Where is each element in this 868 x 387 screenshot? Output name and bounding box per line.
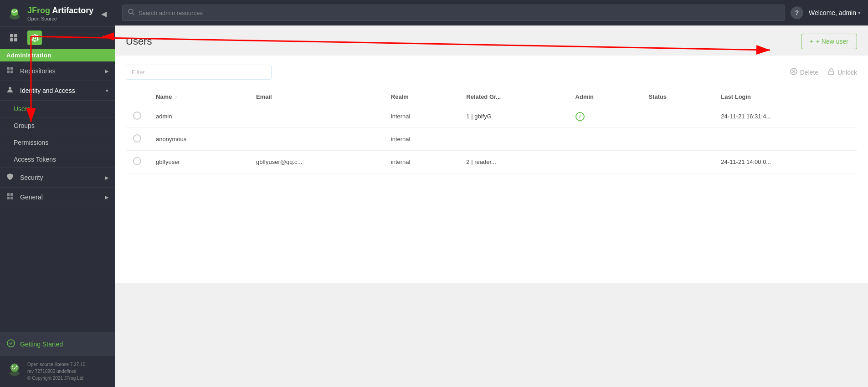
- svg-point-18: [12, 366, 14, 367]
- th-status: Status: [641, 89, 714, 105]
- svg-rect-13: [10, 193, 13, 196]
- brand-name: JFrog Artifactory: [27, 6, 93, 16]
- admin-check-icon: ✓: [575, 112, 585, 121]
- user-name-admin: admin: [149, 105, 249, 128]
- filter-input[interactable]: [126, 65, 272, 80]
- svg-point-19: [16, 366, 18, 367]
- user-realm-gblfyuser: internal: [384, 151, 459, 173]
- user-realm-admin: internal: [384, 105, 459, 128]
- table-row: gblfyuser gblfyuser@qq.c... internal 2 |…: [126, 151, 857, 173]
- svg-rect-25: [829, 71, 833, 75]
- general-arrow: ▶: [105, 194, 108, 200]
- repositories-arrow: ▶: [105, 68, 108, 74]
- sidebar-item-security[interactable]: Security ▶: [0, 168, 115, 188]
- sidebar-item-repositories[interactable]: Repositories ▶: [0, 61, 115, 81]
- general-label: General: [20, 194, 43, 201]
- search-input[interactable]: [139, 10, 779, 16]
- user-name-gblfyuser: gblfyuser: [149, 151, 249, 173]
- new-user-plus-icon: +: [810, 38, 813, 45]
- row-checkbox-anonymous[interactable]: [133, 134, 141, 143]
- svg-rect-14: [7, 197, 10, 199]
- user-email-gblfyuser: gblfyuser@qq.c...: [249, 151, 384, 173]
- license-line2: rev 72710900 undefined: [27, 368, 85, 375]
- sidebar: JFrog Artifactory Open Source ◀ Administ…: [0, 0, 115, 387]
- user-realm-anonymous: internal: [384, 128, 459, 151]
- admin-section-label: Administration: [0, 49, 115, 61]
- user-menu[interactable]: Welcome, admin ▾: [809, 9, 861, 16]
- identity-icon: [6, 86, 15, 95]
- th-email: Email: [249, 89, 384, 105]
- brand-subtitle: Open Source: [27, 16, 93, 21]
- svg-rect-10: [10, 71, 13, 73]
- sidebar-item-groups[interactable]: Groups: [0, 117, 115, 134]
- user-status-anonymous: [641, 128, 714, 151]
- apps-icon-button[interactable]: [6, 31, 21, 45]
- table-row: anonymous internal: [126, 128, 857, 151]
- main-area: ? Welcome, admin ▾ Users + + New user: [115, 0, 868, 387]
- license-line1: Open source license 7.27.10: [27, 361, 85, 368]
- row-checkbox-admin[interactable]: [133, 112, 141, 120]
- sidebar-item-identity-access[interactable]: Identity and Access ▾: [0, 81, 115, 101]
- sidebar-footer: Open source license 7.27.10 rev 72710900…: [0, 355, 115, 387]
- sidebar-item-users[interactable]: Users: [0, 101, 115, 117]
- delete-icon: [790, 68, 797, 77]
- user-admin-gblfyuser: [568, 151, 642, 173]
- getting-started-label: Getting Started: [20, 341, 63, 348]
- svg-rect-7: [7, 67, 10, 70]
- brand-text: JFrog Artifactory Open Source: [27, 6, 93, 21]
- users-label: Users: [14, 105, 31, 112]
- page-title: Users: [126, 36, 152, 47]
- user-email-anonymous: [249, 128, 384, 151]
- user-status-admin: [641, 105, 714, 128]
- row-checkbox-gblfyuser[interactable]: [133, 157, 141, 165]
- footer-logo: [6, 361, 23, 377]
- help-button[interactable]: ?: [791, 6, 803, 19]
- table-body: admin internal 1 | gblfyG ✓ 24-11-21 16:…: [126, 105, 857, 173]
- admin-gear-icon-button[interactable]: [27, 31, 42, 45]
- identity-access-label: Identity and Access: [20, 87, 75, 94]
- svg-rect-9: [7, 71, 10, 73]
- groups-label: Groups: [14, 122, 35, 129]
- svg-point-11: [9, 87, 11, 90]
- table-row: admin internal 1 | gblfyG ✓ 24-11-21 16:…: [126, 105, 857, 128]
- sidebar-item-access-tokens[interactable]: Access Tokens: [0, 151, 115, 168]
- security-icon: [6, 173, 15, 182]
- user-groups-gblfyuser: 2 | reader...: [459, 151, 568, 173]
- sidebar-navigation: Repositories ▶ Identity and Access ▾ Use…: [0, 61, 115, 332]
- sidebar-item-permissions[interactable]: Permissions: [0, 134, 115, 151]
- filter-row: Delete Unlock: [126, 65, 857, 80]
- general-icon: [6, 193, 15, 202]
- table-header: Name ↑ Email Realm Related Gr... Admin S…: [126, 89, 857, 105]
- svg-rect-3: [10, 34, 13, 37]
- security-arrow: ▶: [105, 175, 108, 181]
- svg-rect-8: [10, 67, 13, 70]
- delete-label: Delete: [800, 69, 818, 76]
- th-admin: Admin: [568, 89, 642, 105]
- th-realm: Realm: [384, 89, 459, 105]
- svg-point-20: [128, 9, 133, 14]
- svg-point-2: [15, 10, 17, 12]
- sidebar-item-general[interactable]: General ▶: [0, 188, 115, 207]
- svg-rect-6: [14, 38, 17, 41]
- getting-started-item[interactable]: Getting Started: [0, 332, 115, 355]
- sidebar-collapse-button[interactable]: ◀: [99, 8, 108, 20]
- name-sort-arrow: ↑: [175, 95, 177, 100]
- content-header: Users + + New user: [115, 25, 868, 56]
- user-email-admin: [249, 105, 384, 128]
- user-name-anonymous: anonymous: [149, 128, 249, 151]
- user-menu-arrow: ▾: [858, 10, 861, 16]
- delete-button[interactable]: Delete: [790, 68, 818, 77]
- unlock-button[interactable]: Unlock: [827, 68, 857, 77]
- content-area: Users + + New user: [115, 25, 868, 387]
- user-lastlogin-admin: 24-11-21 16:31:4...: [714, 105, 857, 128]
- jfrog-logo: [6, 5, 23, 22]
- svg-rect-15: [10, 197, 13, 199]
- new-user-button[interactable]: + + New user: [801, 34, 857, 49]
- footer-license-text: Open source license 7.27.10 rev 72710900…: [27, 361, 85, 382]
- search-bar[interactable]: [122, 5, 785, 21]
- th-name[interactable]: Name ↑: [149, 89, 249, 105]
- sidebar-header: JFrog Artifactory Open Source ◀: [0, 0, 115, 27]
- users-table: Name ↑ Email Realm Related Gr... Admin S…: [126, 89, 857, 173]
- th-checkbox: [126, 89, 149, 105]
- getting-started-icon: [6, 339, 15, 349]
